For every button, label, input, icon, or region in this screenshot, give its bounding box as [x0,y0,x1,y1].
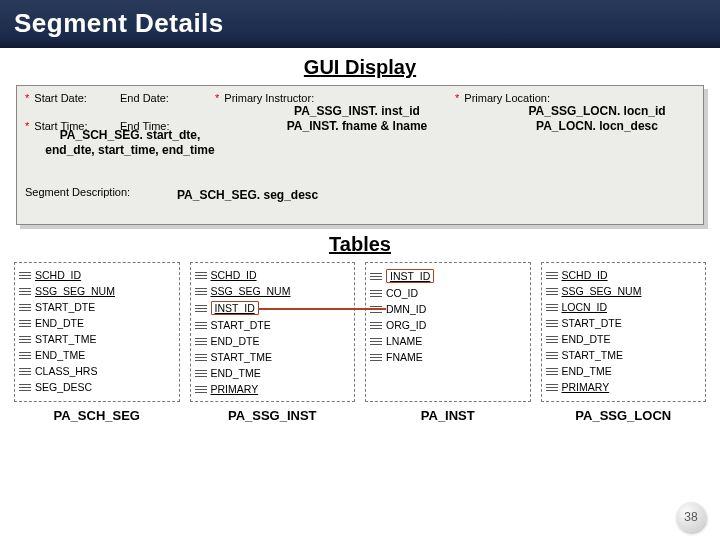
column-name: START_DTE [35,301,95,313]
column-icon [546,286,558,296]
table-column: START_TME [195,349,351,365]
column-name: PRIMARY [211,383,259,395]
column-name: SCHD_ID [562,269,608,281]
column-icon [195,352,207,362]
required-icon: * [215,92,219,104]
slide-number: 38 [684,510,697,524]
table-column: SCHD_ID [546,267,702,283]
annotation-text: end_dte, start_time, end_time [35,143,225,158]
label-segment-description: Segment Description: [25,186,130,198]
table-column: ORG_ID [370,317,526,333]
table-column: END_DTE [19,315,175,331]
column-name: INST_ID [386,269,434,283]
table-column: FNAME [370,349,526,365]
relationship-connector [259,308,386,310]
table-column: END_TME [546,363,702,379]
table-column: START_DTE [195,317,351,333]
table-column: SCHD_ID [19,267,175,283]
section-heading-gui: GUI Display [0,56,720,79]
annotation-text: PA_SCH_SEG. start_dte, [35,128,225,143]
table-column: LOCN_ID [546,299,702,315]
column-icon [370,352,382,362]
table-column: DMN_ID [370,301,526,317]
column-name: CO_ID [386,287,418,299]
column-name: SCHD_ID [35,269,81,281]
column-name: LOCN_ID [562,301,608,313]
column-icon [195,384,207,394]
table-caption: PA_SSG_INST [190,408,356,423]
table-box: SCHD_IDSSG_SEG_NUMSTART_DTEEND_DTESTART_… [14,262,180,402]
table-box: SCHD_IDSSG_SEG_NUMINST_IDSTART_DTEEND_DT… [190,262,356,402]
table-caption: PA_SSG_LOCN [541,408,707,423]
gui-row-1: * Start Date: End Date: * Primary Instru… [17,86,703,104]
table-column: START_TME [546,347,702,363]
column-name: START_TME [211,351,272,363]
column-icon [370,288,382,298]
column-name: START_TME [35,333,96,345]
column-icon [546,366,558,376]
table-column: SSG_SEG_NUM [195,283,351,299]
column-icon [19,286,31,296]
label-primary-instructor: Primary Instructor: [224,92,314,104]
table-caption: PA_INST [365,408,531,423]
column-name: SSG_SEG_NUM [35,285,115,297]
table-column: PRIMARY [195,381,351,397]
table-column: END_TME [19,347,175,363]
column-icon [19,270,31,280]
column-icon [546,270,558,280]
table-caption: PA_SCH_SEG [14,408,180,423]
table-columns: SCHD_IDSSG_SEG_NUMLOCN_IDSTART_DTEEND_DT… [546,267,702,395]
annotation-text: PA_LOCN. locn_desc [497,119,697,134]
column-icon [546,334,558,344]
column-icon [19,302,31,312]
column-name: CLASS_HRS [35,365,97,377]
table-columns: SCHD_IDSSG_SEG_NUMSTART_DTEEND_DTESTART_… [19,267,175,395]
column-icon [546,350,558,360]
table-column: START_DTE [546,315,702,331]
field-segment-description: Segment Description: [25,186,130,198]
column-icon [195,368,207,378]
table-box: INST_IDCO_IDDMN_IDORG_IDLNAMEFNAME [365,262,531,402]
table-column: INST_ID [370,267,526,285]
column-name: LNAME [386,335,422,347]
table-column: CO_ID [370,285,526,301]
tables-wrap: SCHD_IDSSG_SEG_NUMSTART_DTEEND_DTESTART_… [0,262,720,402]
table-column: START_TME [19,331,175,347]
column-icon [19,350,31,360]
column-icon [195,303,207,313]
column-name: END_TME [562,365,612,377]
column-name: END_TME [211,367,261,379]
annotation-segdesc: PA_SCH_SEG. seg_desc [177,188,318,202]
table-column: LNAME [370,333,526,349]
table-column: END_TME [195,365,351,381]
title-bar: Segment Details [0,0,720,48]
table-column: END_DTE [195,333,351,349]
column-icon [195,320,207,330]
table-columns: INST_IDCO_IDDMN_IDORG_IDLNAMEFNAME [370,267,526,365]
required-icon: * [25,92,29,104]
required-icon: * [455,92,459,104]
table-column: CLASS_HRS [19,363,175,379]
table-column: START_DTE [19,299,175,315]
table-columns: SCHD_IDSSG_SEG_NUMINST_IDSTART_DTEEND_DT… [195,267,351,397]
column-icon [546,382,558,392]
column-name: PRIMARY [562,381,610,393]
column-name: INST_ID [211,301,259,315]
column-icon [546,302,558,312]
table-column: PRIMARY [546,379,702,395]
column-icon [19,382,31,392]
column-icon [195,270,207,280]
label-end-date: End Date: [120,92,190,104]
field-primary-location: * Primary Location: [455,92,695,104]
column-icon [370,320,382,330]
column-name: SCHD_ID [211,269,257,281]
column-icon [195,336,207,346]
section-heading-tables: Tables [0,233,720,256]
column-icon [19,318,31,328]
table-column: END_DTE [546,331,702,347]
column-icon [546,318,558,328]
table-box: SCHD_IDSSG_SEG_NUMLOCN_IDSTART_DTEEND_DT… [541,262,707,402]
required-icon: * [25,120,29,132]
column-name: SSG_SEG_NUM [562,285,642,297]
column-name: START_DTE [211,319,271,331]
